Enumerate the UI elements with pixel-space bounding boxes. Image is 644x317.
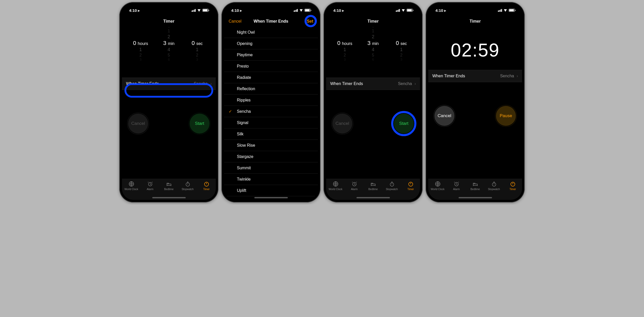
nav-title: Timer bbox=[368, 19, 379, 24]
when-timer-ends-row[interactable]: When Timer Ends Sencha› bbox=[122, 78, 216, 90]
location-icon: ➤ bbox=[444, 9, 446, 13]
picker-min[interactable]: 0 1 2 3min 4 5 6 bbox=[156, 40, 182, 61]
when-ends-value: Sencha bbox=[398, 81, 412, 86]
nav-title: Timer bbox=[163, 19, 174, 24]
status-right bbox=[396, 9, 413, 12]
screen-3: 4:10➤ Timer 0hours 1 2 3 0 bbox=[326, 5, 420, 200]
tab-world-clock[interactable]: World Clock bbox=[327, 181, 344, 191]
status-time: 4:10➤ bbox=[435, 8, 446, 13]
cancel-button[interactable]: Cancel bbox=[332, 114, 352, 134]
nav-bar: Timer bbox=[122, 16, 216, 27]
tab-alarm[interactable]: Alarm bbox=[141, 181, 159, 191]
start-button[interactable]: Start bbox=[190, 114, 210, 134]
tab-world-clock[interactable]: World Clock bbox=[429, 181, 446, 191]
sound-item-night-owl[interactable]: Night Owl bbox=[224, 27, 318, 38]
tab-bar: World ClockAlarmBedtimeStopwatchTimer bbox=[122, 179, 216, 200]
start-button[interactable]: Start bbox=[394, 114, 414, 134]
tab-world-clock[interactable]: World Clock bbox=[123, 181, 140, 191]
svg-rect-7 bbox=[371, 184, 375, 185]
stopwatch-icon bbox=[491, 181, 497, 187]
when-timer-ends-row[interactable]: When Timer Ends Sencha› bbox=[326, 78, 420, 90]
bedtime-icon bbox=[166, 181, 172, 187]
sound-label: Reflection bbox=[237, 87, 255, 91]
stopwatch-icon bbox=[389, 181, 395, 187]
sound-item-slow-rise[interactable]: Slow Rise bbox=[224, 140, 318, 151]
home-indicator[interactable] bbox=[356, 197, 390, 198]
screen-4: 4:10➤ Timer 02:59 When Timer Ends Sencha… bbox=[428, 5, 522, 200]
tab-bedtime[interactable]: Bedtime bbox=[364, 181, 382, 191]
check-icon: ✓ bbox=[229, 109, 232, 114]
picker-sec[interactable]: 0sec 1 2 3 bbox=[389, 40, 414, 61]
chevron-right-icon: › bbox=[415, 81, 416, 86]
home-indicator[interactable] bbox=[152, 197, 186, 198]
tab-label: Stopwatch bbox=[182, 188, 194, 191]
nav-bar: Cancel When Timer Ends Set bbox=[224, 16, 318, 27]
tab-label: Alarm bbox=[147, 188, 153, 191]
world-clock-icon bbox=[332, 181, 339, 187]
sound-item-sencha[interactable]: ✓Sencha bbox=[224, 106, 318, 117]
cancel-button[interactable]: Cancel bbox=[434, 106, 454, 126]
picker-min[interactable]: 0 1 2 3min 4 5 6 bbox=[360, 40, 386, 61]
tab-timer[interactable]: Timer bbox=[198, 181, 215, 191]
timer-icon bbox=[203, 181, 210, 187]
battery-icon bbox=[407, 9, 413, 12]
sound-item-opening[interactable]: Opening bbox=[224, 38, 318, 49]
sound-list[interactable]: Night OwlOpeningPlaytimePrestoRadiateRef… bbox=[224, 27, 318, 200]
bedtime-icon bbox=[472, 181, 479, 187]
sound-item-twinkle[interactable]: Twinkle bbox=[224, 174, 318, 185]
picker-hours[interactable]: 0hours 1 2 3 bbox=[332, 40, 358, 61]
chevron-right-icon: › bbox=[210, 81, 212, 86]
tab-label: World Clock bbox=[431, 188, 445, 191]
picker-hours[interactable]: 0hours 1 2 3 bbox=[128, 40, 154, 61]
cancel-nav-button[interactable]: Cancel bbox=[229, 19, 242, 24]
sound-label: Presto bbox=[237, 64, 249, 69]
nav-title: When Timer Ends bbox=[254, 19, 288, 24]
tab-stopwatch[interactable]: Stopwatch bbox=[179, 181, 196, 191]
sound-item-silk[interactable]: Silk bbox=[224, 128, 318, 140]
sound-item-stargaze[interactable]: Stargaze bbox=[224, 151, 318, 162]
tab-bar: World ClockAlarmBedtimeStopwatchTimer bbox=[428, 179, 522, 200]
tab-timer[interactable]: Timer bbox=[504, 181, 522, 191]
content-area: 0hours 1 2 3 0 1 2 3min 4 5 6 bbox=[326, 27, 420, 179]
phone-frame-4: 4:10➤ Timer 02:59 When Timer Ends Sencha… bbox=[426, 2, 525, 202]
tab-label: Stopwatch bbox=[488, 188, 500, 191]
sound-item-reflection[interactable]: Reflection bbox=[224, 83, 318, 95]
when-ends-label: When Timer Ends bbox=[126, 81, 159, 86]
tab-label: Alarm bbox=[453, 188, 460, 191]
tab-stopwatch[interactable]: Stopwatch bbox=[383, 181, 401, 191]
status-time: 4:10➤ bbox=[333, 8, 344, 13]
sound-label: Slow Rise bbox=[237, 143, 255, 148]
home-indicator[interactable] bbox=[254, 197, 288, 198]
tab-stopwatch[interactable]: Stopwatch bbox=[485, 181, 503, 191]
alarm-icon bbox=[453, 181, 460, 187]
nav-bar: Timer bbox=[428, 16, 522, 27]
time-picker[interactable]: 0hours 1 2 3 0 1 2 3min 4 5 6 bbox=[326, 29, 420, 72]
status-right bbox=[294, 9, 311, 12]
tab-label: World Clock bbox=[329, 188, 343, 191]
world-clock-icon bbox=[128, 181, 135, 187]
picker-sec[interactable]: 0sec 1 2 3 bbox=[184, 40, 210, 61]
tab-alarm[interactable]: Alarm bbox=[448, 181, 465, 191]
pause-button[interactable]: Pause bbox=[496, 106, 516, 126]
notch bbox=[350, 5, 396, 12]
sound-item-presto[interactable]: Presto bbox=[224, 61, 318, 72]
home-indicator[interactable] bbox=[459, 197, 492, 198]
sound-item-playtime[interactable]: Playtime bbox=[224, 49, 318, 61]
time-picker[interactable]: 0hours 1 2 3 0 1 2 3min 4 5 6 bbox=[122, 29, 216, 72]
phone-frame-2: 4:10➤ Cancel When Timer Ends Set Night O… bbox=[221, 2, 320, 202]
sound-item-summit[interactable]: Summit bbox=[224, 162, 318, 174]
set-nav-button[interactable]: Set bbox=[307, 19, 313, 24]
sound-item-radiate[interactable]: Radiate bbox=[224, 72, 318, 83]
sound-item-uplift[interactable]: Uplift bbox=[224, 185, 318, 196]
tab-alarm[interactable]: Alarm bbox=[346, 181, 363, 191]
sound-item-signal[interactable]: Signal bbox=[224, 117, 318, 128]
sound-item-ripples[interactable]: Ripples bbox=[224, 95, 318, 106]
tab-bedtime[interactable]: Bedtime bbox=[467, 181, 484, 191]
when-ends-label: When Timer Ends bbox=[330, 81, 363, 86]
when-timer-ends-row[interactable]: When Timer Ends Sencha› bbox=[428, 70, 522, 82]
tab-label: World Clock bbox=[124, 188, 138, 191]
tab-bedtime[interactable]: Bedtime bbox=[160, 181, 178, 191]
tab-timer[interactable]: Timer bbox=[402, 181, 419, 191]
alarm-icon bbox=[351, 181, 358, 187]
cancel-button[interactable]: Cancel bbox=[128, 114, 148, 134]
